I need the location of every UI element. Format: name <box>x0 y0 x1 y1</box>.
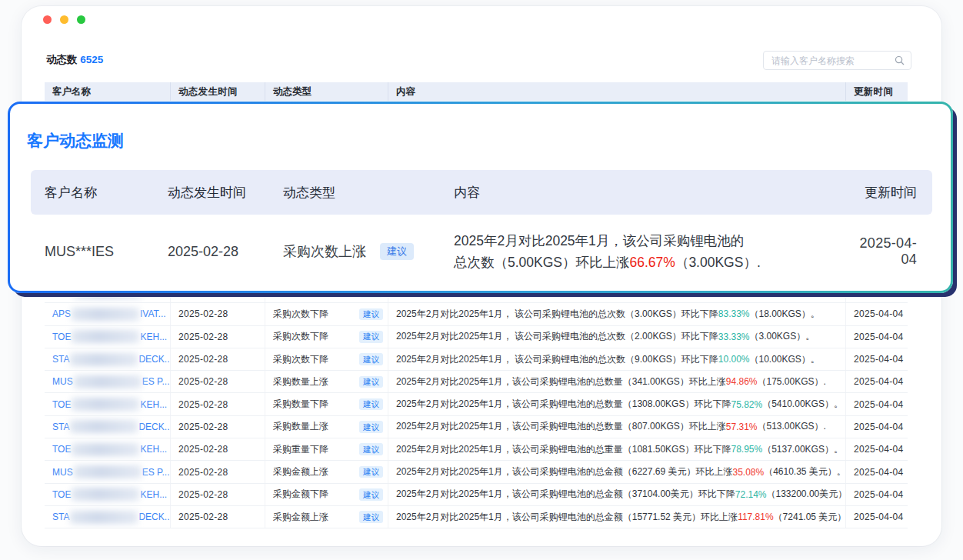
event-content: 2025年2月对比2025年1月， 该公司采购锂电池的总次数（9.00KGS）环… <box>388 348 846 370</box>
customer-name-link[interactable]: TOEKEH... <box>52 398 167 411</box>
content-percent: 75.82% <box>731 399 762 410</box>
zoom-window-button[interactable] <box>77 15 85 24</box>
dynamics-count-value: 6525 <box>80 54 103 65</box>
update-date: 2025-04-04 <box>846 303 908 325</box>
table-row[interactable]: STADECK...2025-02-28采购数量上涨建议2025年2月对比202… <box>45 416 908 438</box>
customer-search[interactable] <box>763 51 911 70</box>
content-percent: 117.81% <box>738 512 773 522</box>
column-header: 客户名称 <box>45 82 171 101</box>
overlay-column-header: 客户名称 <box>31 184 154 202</box>
customer-name-link[interactable]: TOEKEH... <box>52 488 167 501</box>
customer-name-suffix: DECK... <box>138 354 171 365</box>
customer-name-link[interactable]: STADECK... <box>52 420 171 433</box>
overlay-event-type: 采购次数上涨 建议 <box>269 242 440 261</box>
redacted-name-blur <box>72 308 139 321</box>
customer-name-link[interactable]: STADECK... <box>52 511 171 524</box>
customer-name-suffix: IVAT... <box>140 308 166 319</box>
table-row[interactable]: TOEKEH...2025-02-28采购重量下降建议2025年2月对比2025… <box>45 438 908 461</box>
content-text: （10.00KGS）。 <box>749 353 819 366</box>
event-content: 2025年2月对比2025年1月，该公司采购锂电池的总数量（341.00KGS）… <box>388 371 846 392</box>
content-percent: 35.08% <box>732 467 764 478</box>
event-type-cell: 采购次数下降建议 <box>265 326 388 348</box>
update-date: 2025-04-04 <box>846 326 908 348</box>
table-row[interactable]: MUSES P...2025-02-28采购金额上涨建议2025年2月对比202… <box>45 461 908 483</box>
table-body: MUSS P...2025-02-28采购Top10地区变化建议按采购数量排名，… <box>45 281 908 528</box>
close-window-button[interactable] <box>43 15 52 24</box>
customer-name-cell: TOEKEH... <box>45 438 171 460</box>
event-type-label: 采购重量下降 <box>273 443 328 456</box>
overlay-column-header: 动态类型 <box>269 184 440 202</box>
customer-name-cell: MUSES P... <box>45 371 171 392</box>
content-text: 2025年2月对比2025年1月，该公司采购锂电池的总数量（341.00KGS）… <box>396 375 726 388</box>
content-percent: 83.33% <box>718 308 750 319</box>
event-date: 2025-02-28 <box>171 348 265 370</box>
overlay-title: 客户动态监测 <box>27 130 124 152</box>
minimize-window-button[interactable] <box>60 15 68 24</box>
overlay-column-header: 内容 <box>440 184 834 202</box>
redacted-name-blur <box>72 488 139 501</box>
customer-name-cell: TOEKEH... <box>45 484 171 505</box>
customer-name-suffix: DECK... <box>138 512 171 522</box>
suggestion-badge: 建议 <box>359 443 383 455</box>
customer-name-suffix: KEH... <box>140 489 167 500</box>
event-type-label: 采购次数下降 <box>273 353 328 366</box>
content-text: （133200.00美元）。 <box>767 488 847 501</box>
event-date: 2025-02-28 <box>171 438 265 460</box>
update-date: 2025-04-04 <box>846 438 908 460</box>
event-type-label: 采购数量上涨 <box>273 375 328 388</box>
suggestion-badge: 建议 <box>359 376 383 388</box>
event-content: 2025年2月对比2025年1月， 该公司采购锂电池的总次数（3.00KGS）环… <box>388 303 846 325</box>
content-percent: 57.31% <box>726 422 758 432</box>
event-type-label: 采购数量上涨 <box>273 420 328 433</box>
content-text: （5137.00KGS）。 <box>762 443 843 456</box>
update-date: 2025-04-04 <box>846 348 908 370</box>
content-text: （513.00KGS）. <box>758 420 826 433</box>
overlay-data-row[interactable]: MUS***IES 2025-02-28 采购次数上涨 建议 2025年2月对比… <box>31 215 932 288</box>
overlay-content-line1: 2025年2月对比2025年1月，该公司采购锂电池的 <box>454 233 744 248</box>
customer-name-link[interactable]: TOEKEH... <box>52 330 167 343</box>
event-type-cell: 采购次数下降建议 <box>265 303 388 325</box>
event-content: 2025年2月对比2025年1月，该公司采购锂电池的总金额（15771.52 美… <box>388 506 846 528</box>
event-content: 2025年2月对比2025年1月，该公司采购锂电池的总数量（807.00KGS）… <box>388 416 846 438</box>
column-header: 动态发生时间 <box>171 82 265 101</box>
content-text: 2025年2月对比2025年1月，该公司采购锂电池的总金额（37104.00美元… <box>396 488 735 501</box>
event-date: 2025-02-28 <box>171 416 265 438</box>
suggestion-badge: 建议 <box>359 353 383 365</box>
update-date: 2025-04-04 <box>846 484 908 505</box>
table-row[interactable]: TOEKEH...2025-02-28采购数量下降建议2025年2月对比2025… <box>45 393 908 415</box>
table-row[interactable]: STADECK...2025-02-28采购次数下降建议2025年2月对比202… <box>45 348 908 371</box>
content-text: 2025年2月对比2025年1月， 该公司采购锂电池的总次数（3.00KGS）环… <box>396 308 718 321</box>
customer-name-link[interactable]: TOEKEH... <box>52 443 167 456</box>
customer-name-link[interactable]: APSIVAT... <box>52 308 166 321</box>
customer-name-cell: APSIVAT... <box>45 303 171 325</box>
event-type-label: 采购数量下降 <box>273 398 328 411</box>
table-row[interactable]: MUSES P...2025-02-28采购数量上涨建议2025年2月对比202… <box>45 371 908 393</box>
content-text: 2025年2月对比2025年1月，该公司采购锂电池的总金额（15771.52 美… <box>396 511 738 524</box>
suggestion-badge: 建议 <box>359 331 383 343</box>
event-content: 2025年2月对比2025年1月，该公司采购锂电池的总金额（6227.69 美元… <box>388 461 846 482</box>
customer-name-cell: STADECK... <box>45 348 171 370</box>
table-row[interactable]: TOEKEH...2025-02-28采购次数下降建议2025年2月对比2025… <box>45 326 908 348</box>
overlay-event-content: 2025年2月对比2025年1月，该公司采购锂电池的 总次数（5.00KGS）环… <box>440 230 834 273</box>
customer-name-prefix: STA <box>52 354 69 365</box>
customer-name-prefix: TOE <box>52 489 71 500</box>
customer-name-link[interactable]: MUSES P... <box>52 375 169 388</box>
search-input[interactable] <box>764 55 895 66</box>
search-icon[interactable] <box>895 55 905 65</box>
customer-name-prefix: STA <box>52 422 69 432</box>
customer-name-link[interactable]: MUSES P... <box>52 465 169 478</box>
customer-name-prefix: TOE <box>52 399 71 410</box>
overlay-event-date: 2025-02-28 <box>154 244 269 260</box>
event-date: 2025-02-28 <box>171 506 265 528</box>
overlay-customer-name: MUS***IES <box>31 244 154 260</box>
table-row[interactable]: APSIVAT...2025-02-28采购次数下降建议2025年2月对比202… <box>45 303 908 325</box>
content-text: （4610.35 美元）。 <box>764 465 846 478</box>
customer-name-suffix: KEH... <box>140 332 167 342</box>
event-type-label: 采购金额下降 <box>273 488 328 501</box>
table-row[interactable]: STADECK...2025-02-28采购金额上涨建议2025年2月对比202… <box>45 506 908 528</box>
table-row[interactable]: TOEKEH...2025-02-28采购金额下降建议2025年2月对比2025… <box>45 484 908 506</box>
customer-name-link[interactable]: STADECK... <box>52 353 171 366</box>
content-text: 2025年2月对比2025年1月， 该公司采购锂电池的总次数（9.00KGS）环… <box>396 353 718 366</box>
event-date: 2025-02-28 <box>171 461 265 482</box>
event-type-label: 采购次数下降 <box>273 308 328 321</box>
